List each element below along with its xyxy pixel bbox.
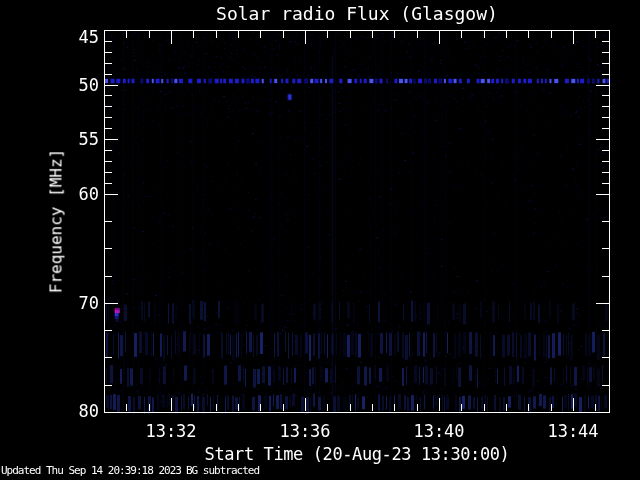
y-axis-title: Frequency [MHz] bbox=[47, 149, 66, 294]
y-tick-label: 60 bbox=[58, 185, 99, 203]
x-tick-label: 13:44 bbox=[543, 421, 603, 441]
spectrogram-window: Solar radio Flux (Glasgow) Frequency [MH… bbox=[0, 0, 640, 480]
y-tick-label: 80 bbox=[58, 402, 99, 420]
x-tick-label: 13:40 bbox=[409, 421, 469, 441]
y-tick-label: 45 bbox=[58, 28, 99, 46]
y-tick-label: 70 bbox=[58, 294, 99, 312]
x-axis-title: Start Time (20-Aug-23 13:30:00) bbox=[104, 444, 610, 464]
y-tick-label: 55 bbox=[58, 130, 99, 148]
footer-bg-subtracted-text: BG subtracted bbox=[186, 464, 259, 477]
chart-title: Solar radio Flux (Glasgow) bbox=[104, 3, 610, 24]
x-tick-label: 13:36 bbox=[275, 421, 335, 441]
x-tick-label: 13:32 bbox=[141, 421, 201, 441]
y-tick-label: 50 bbox=[58, 76, 99, 94]
footer-updated-text: Updated Thu Sep 14 20:39:18 2023 bbox=[1, 464, 181, 477]
